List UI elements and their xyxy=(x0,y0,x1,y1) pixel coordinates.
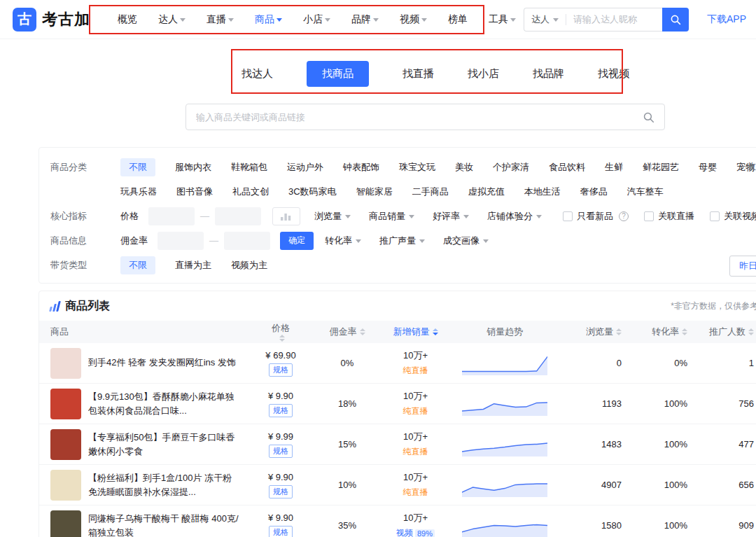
info-icon[interactable]: ? xyxy=(619,211,629,221)
product-title[interactable]: 【粉丝福利】到手1盒/100片 冻干粉免洗睡眠面膜补水保湿提... xyxy=(88,471,246,499)
product-price: ¥ 9.90 xyxy=(268,391,293,401)
product-image xyxy=(50,429,81,460)
category-option[interactable]: 生鲜 xyxy=(605,161,623,174)
product-title[interactable]: 【专享福利50包】手磨豆干多口味香嫩休闲小零食 xyxy=(88,431,246,459)
sort-icon[interactable] xyxy=(433,328,438,335)
dropdown-shop-score[interactable]: 店铺体验分 xyxy=(487,210,542,223)
spec-tag[interactable]: 规格 xyxy=(269,485,293,498)
table-row[interactable]: 同缣梅子乌梅干酸梅干 酸甜梅 400克/箱独立包装 ¥ 9.90 规格 35% … xyxy=(39,505,756,537)
brand[interactable]: 古 考古加 xyxy=(13,8,105,32)
tab-find-live[interactable]: 找直播 xyxy=(402,67,434,81)
collapse-link[interactable]: 收起 xyxy=(747,160,756,173)
dropdown-label: 成交画像 xyxy=(443,235,479,247)
new-sales-value: 10万+ xyxy=(403,390,428,403)
checkbox-new-only[interactable]: 只看新品 ? xyxy=(563,210,629,223)
search-category-select[interactable]: 达人 xyxy=(531,13,559,26)
dropdown-conversion[interactable]: 转化率 xyxy=(325,235,361,247)
nav-item-shop[interactable]: 小店 xyxy=(303,13,330,26)
dropdown-promo-volume[interactable]: 推广声量 xyxy=(379,235,425,247)
product-title[interactable]: 同缣梅子乌梅干酸梅干 酸甜梅 400克/箱独立包装 xyxy=(88,512,246,537)
tab-find-talent[interactable]: 找达人 xyxy=(241,67,273,81)
commission-min-input[interactable] xyxy=(158,232,204,250)
spec-tag[interactable]: 规格 xyxy=(269,404,293,417)
category-option[interactable]: 食品饮料 xyxy=(549,161,585,174)
sales-trend-sparkline xyxy=(462,392,547,416)
sales-type-unlimited[interactable]: 不限 xyxy=(120,256,155,274)
checkbox-linked-live[interactable]: 关联直播 xyxy=(644,210,694,223)
category-option[interactable]: 鞋靴箱包 xyxy=(231,161,267,174)
col-header-commission[interactable]: 佣金率 xyxy=(316,326,379,338)
category-option-unlimited[interactable]: 不限 xyxy=(120,158,155,176)
col-header-promoters[interactable]: 推广人数 xyxy=(697,326,756,338)
product-search-input[interactable] xyxy=(196,112,643,123)
nav-item-video[interactable]: 视频 xyxy=(400,13,427,26)
checkbox-linked-video[interactable]: 关联视频 xyxy=(710,210,756,223)
table-row[interactable]: 【专享福利50包】手磨豆干多口味香嫩休闲小零食 ¥ 9.99 规格 15% 10… xyxy=(39,424,756,465)
category-option[interactable]: 二手商品 xyxy=(412,186,449,198)
category-option[interactable]: 3C数码家电 xyxy=(288,186,337,198)
nav-item-product[interactable]: 商品 xyxy=(255,13,282,26)
sales-type-video-first[interactable]: 视频为主 xyxy=(231,259,267,272)
table-row[interactable]: 【9.9元130包】香酥酥脆小麻花单独包装休闲食品混合口味... ¥ 9.90 … xyxy=(39,384,756,424)
sort-icon[interactable] xyxy=(748,328,754,335)
category-option[interactable]: 智能家居 xyxy=(356,186,393,198)
sort-icon[interactable] xyxy=(279,335,285,342)
sort-icon[interactable] xyxy=(616,328,622,335)
search-button[interactable] xyxy=(662,8,689,32)
price-histogram-button[interactable] xyxy=(272,207,300,225)
product-price: ¥ 9.90 xyxy=(268,472,293,482)
category-option[interactable]: 汽车整车 xyxy=(627,186,664,198)
category-option[interactable]: 图书音像 xyxy=(176,186,213,198)
table-row[interactable]: 【粉丝福利】到手1盒/100片 冻干粉免洗睡眠面膜补水保湿提... ¥ 9.90… xyxy=(39,465,756,505)
dropdown-views[interactable]: 浏览量 xyxy=(314,210,351,223)
product-title[interactable]: 到手42件 轻奢 发夹发圈网红ins 发饰 xyxy=(88,356,241,370)
search-icon[interactable] xyxy=(643,111,654,123)
product-image xyxy=(50,348,81,379)
table-row[interactable]: 到手42件 轻奢 发夹发圈网红ins 发饰 ¥ 69.90 规格 0% 10万+… xyxy=(39,343,756,384)
nav-item-overview[interactable]: 概览 xyxy=(118,13,137,26)
dropdown-positive-rate[interactable]: 好评率 xyxy=(433,210,469,223)
nav-item-tools[interactable]: 工具 xyxy=(489,13,516,26)
category-option[interactable]: 母婴 xyxy=(699,161,717,174)
commission-max-input[interactable] xyxy=(224,232,270,250)
nav-item-brand[interactable]: 品牌 xyxy=(351,13,379,26)
nav-item-live[interactable]: 直播 xyxy=(206,13,234,26)
category-option[interactable]: 个护家清 xyxy=(493,161,529,174)
tab-find-video[interactable]: 找视频 xyxy=(598,67,629,81)
category-option[interactable]: 钟表配饰 xyxy=(343,161,379,174)
category-option[interactable]: 本地生活 xyxy=(524,186,561,198)
nav-item-talent[interactable]: 达人 xyxy=(158,13,186,26)
category-option[interactable]: 珠宝文玩 xyxy=(399,161,435,174)
tab-find-product[interactable]: 找商品 xyxy=(307,61,369,87)
category-option[interactable]: 奢侈品 xyxy=(580,186,608,198)
col-header-views[interactable]: 浏览量 xyxy=(557,326,634,338)
category-option[interactable]: 鲜花园艺 xyxy=(643,161,679,174)
tab-find-shop[interactable]: 找小店 xyxy=(468,67,499,81)
category-option[interactable]: 运动户外 xyxy=(287,161,323,174)
date-range-button-yesterday[interactable]: 昨日 xyxy=(729,256,756,277)
nav-item-rank[interactable]: 榜单 xyxy=(448,13,468,26)
col-header-new-sales[interactable]: 新增销量 xyxy=(379,326,452,338)
dropdown-product-sales[interactable]: 商品销量 xyxy=(369,210,414,223)
col-header-price[interactable]: 价格 xyxy=(246,322,316,342)
category-option[interactable]: 玩具乐器 xyxy=(120,186,157,198)
confirm-button[interactable]: 确定 xyxy=(280,232,314,250)
download-app-link[interactable]: 下载APP xyxy=(707,13,746,26)
category-option[interactable]: 虚拟充值 xyxy=(468,186,505,198)
dropdown-deal-profile[interactable]: 成交画像 xyxy=(443,235,489,247)
sort-icon[interactable] xyxy=(360,328,365,335)
spec-tag[interactable]: 规格 xyxy=(269,363,293,377)
category-option[interactable]: 美妆 xyxy=(455,161,473,174)
spec-tag[interactable]: 规格 xyxy=(269,445,293,458)
price-max-input[interactable] xyxy=(215,207,261,225)
col-header-conversion[interactable]: 转化率 xyxy=(634,326,697,338)
price-min-input[interactable] xyxy=(148,207,195,225)
product-title[interactable]: 【9.9元130包】香酥酥脆小麻花单独包装休闲食品混合口味... xyxy=(88,390,246,418)
sort-icon[interactable] xyxy=(682,328,687,335)
spec-tag[interactable]: 规格 xyxy=(269,526,293,537)
category-option[interactable]: 服饰内衣 xyxy=(175,161,211,174)
category-option[interactable]: 礼品文创 xyxy=(232,186,269,198)
sales-type-live-first[interactable]: 直播为主 xyxy=(175,259,211,272)
tab-find-brand[interactable]: 找品牌 xyxy=(533,67,564,81)
talent-search-input[interactable] xyxy=(573,14,648,25)
